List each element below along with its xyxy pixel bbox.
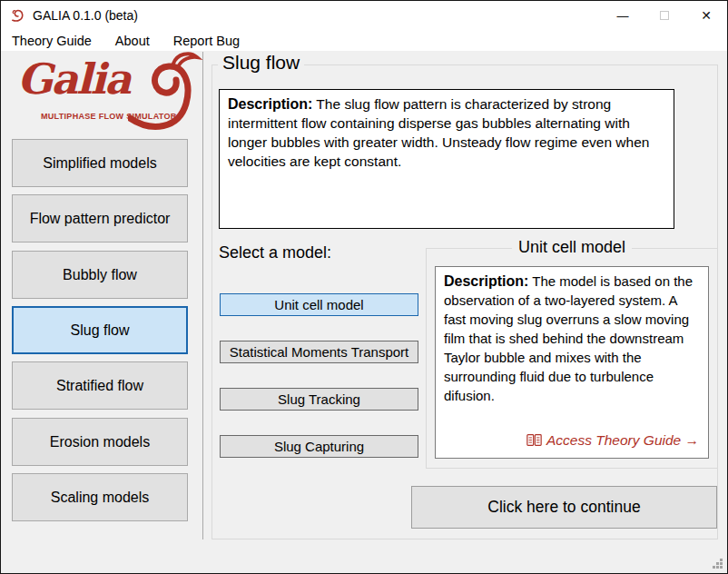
resize-grip[interactable] <box>712 558 723 569</box>
menu-about[interactable]: About <box>113 33 152 49</box>
window-title: GALIA 0.1.0 (beta) <box>33 8 138 23</box>
app-window: GALIA 0.1.0 (beta) — ✕ Theory Guide Abou… <box>0 0 728 574</box>
model-button-statistical-moments[interactable]: Statistical Moments Transport <box>220 341 418 363</box>
maximize-button <box>644 1 685 30</box>
galia-logo: Galia MULTIPHASE FLOW SIMULATOR <box>12 53 198 134</box>
logo-wordmark: Galia <box>17 54 130 104</box>
book-icon <box>526 433 542 447</box>
logo-tagline: MULTIPHASE FLOW SIMULATOR <box>41 111 179 121</box>
page-title: Slug flow <box>218 52 304 74</box>
menu-bar: Theory Guide About Report Bug <box>1 30 727 51</box>
theory-guide-link-label: Access Theory Guide → <box>546 430 699 450</box>
logo-flourish-icon <box>128 51 208 134</box>
sidebar-item-flow-pattern-predictor[interactable]: Flow pattern predictor <box>12 194 188 242</box>
menu-theory-guide[interactable]: Theory Guide <box>9 33 94 49</box>
model-button-slug-tracking[interactable]: Slug Tracking <box>220 388 418 411</box>
client-area: Galia MULTIPHASE FLOW SIMULATOR Simplifi… <box>1 51 727 573</box>
access-theory-guide-link[interactable]: Access Theory Guide → <box>526 430 699 450</box>
continue-button[interactable]: Click here to continue <box>411 486 717 529</box>
sidebar-item-simplified-models[interactable]: Simplified models <box>12 139 188 187</box>
description-label: Description: <box>444 273 528 289</box>
unit-cell-description: Description: The model is based on the o… <box>435 266 709 459</box>
sidebar-item-erosion-models[interactable]: Erosion models <box>12 418 188 466</box>
minimize-button[interactable]: — <box>602 1 644 30</box>
maximize-icon <box>660 11 669 20</box>
select-model-label: Select a model: <box>219 243 331 262</box>
slug-flow-description: Description: The slug flow pattern is ch… <box>219 89 674 229</box>
sidebar-item-bubbly-flow[interactable]: Bubbly flow <box>12 251 188 299</box>
description-text: The model is based on the observation of… <box>444 273 693 403</box>
sidebar-item-slug-flow[interactable]: Slug flow <box>12 306 188 354</box>
app-logo-icon <box>10 8 25 24</box>
sidebar-item-stratified-flow[interactable]: Stratified flow <box>12 361 188 410</box>
sidebar-item-scaling-models[interactable]: Scaling models <box>12 473 188 521</box>
model-button-unit-cell[interactable]: Unit cell model <box>220 293 418 316</box>
unit-cell-title: Unit cell model <box>512 238 632 257</box>
description-label: Description: <box>228 96 312 112</box>
model-button-slug-capturing[interactable]: Slug Capturing <box>220 435 418 458</box>
menu-report-bug[interactable]: Report Bug <box>171 33 242 49</box>
close-button[interactable]: ✕ <box>685 1 727 30</box>
title-bar[interactable]: GALIA 0.1.0 (beta) — ✕ <box>1 1 727 30</box>
